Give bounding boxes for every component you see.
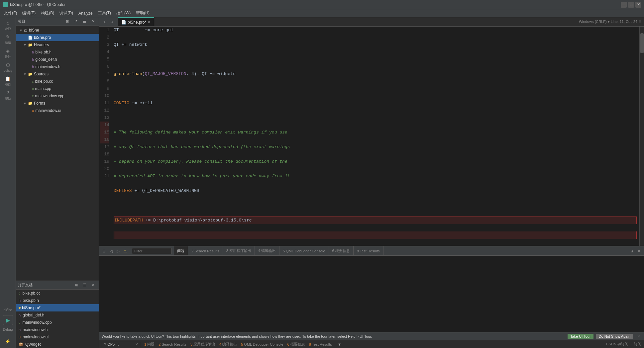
of-icon-mwcpp: c xyxy=(19,320,21,324)
menu-file[interactable]: 文件(F) xyxy=(1,10,20,17)
open-file-bike-pb-cc[interactable]: c bike.pb.cc xyxy=(16,290,99,297)
of-label-mwcpp: mainwindow.cpp xyxy=(23,320,52,325)
tree-item-bike-pb-h[interactable]: h bike.pb.h xyxy=(16,48,99,56)
tour-message: Would you like to take a quick UI tour? … xyxy=(102,334,565,338)
search-input[interactable] xyxy=(107,342,134,346)
tree-item-global-def[interactable]: h global_def.h xyxy=(16,56,99,63)
run-button[interactable]: ▶ xyxy=(3,315,13,325)
tour-close-button[interactable]: ✕ xyxy=(636,333,641,339)
project-header-btn3[interactable]: ☰ xyxy=(81,18,88,25)
of-icon-bph: h xyxy=(19,299,21,303)
modified-indicator xyxy=(19,307,21,309)
bottom-tab-test[interactable]: 8 Test Results xyxy=(354,246,383,255)
status-more-btn[interactable]: ▼ xyxy=(336,341,343,348)
bottom-tabs: ⊞ ◁ ▷ ⚠ 问题 2 Search Results 3 应用程序输出 xyxy=(99,246,644,256)
welcome-label: 欢迎 xyxy=(5,27,11,31)
debug-icon: ⬡ xyxy=(5,62,11,68)
bottom-tab-issues[interactable]: 问题 xyxy=(174,246,188,255)
bottom-nav-prev[interactable]: ◁ xyxy=(108,248,114,254)
search-clear-btn[interactable]: ✕ xyxy=(135,342,138,346)
folder-icon-sources: 📁 xyxy=(28,72,33,76)
code-text[interactable]: QT += core gui QT += network greaterThan… xyxy=(111,27,639,246)
project-header-btn4[interactable]: ✕ xyxy=(89,18,97,25)
bottom-tab-summary[interactable]: 6 概要信息 xyxy=(329,246,354,255)
menu-build[interactable]: 构建(B) xyxy=(38,10,57,17)
bottom-content xyxy=(99,256,644,332)
design-icon: ◈ xyxy=(5,47,11,54)
code-line-10: # depend on your compiler). Please consu… xyxy=(114,158,637,165)
bottom-tab-appout[interactable]: 3 应用程序输出 xyxy=(223,246,255,255)
tree-item-sources[interactable]: ▼ 📁 Sources xyxy=(16,70,99,78)
of-label-bph: bike.pb.h xyxy=(23,298,39,303)
tab-nav-prev[interactable]: ◁ xyxy=(101,18,108,26)
menu-control[interactable]: 控件(W) xyxy=(114,10,133,17)
menu-edit[interactable]: 编辑(E) xyxy=(20,10,38,17)
minimize-button[interactable]: — xyxy=(621,2,627,8)
menu-debug[interactable]: 调试(D) xyxy=(57,10,76,17)
code-content[interactable]: 12345 678910 111213 14 15 16 1718192021 … xyxy=(99,27,644,246)
tree-label-headers: Headers xyxy=(34,43,49,47)
tab-close-pro[interactable]: ✕ xyxy=(148,20,151,24)
bottom-nav-next[interactable]: ▷ xyxy=(115,248,121,254)
project-tree: ▼ 🗂 biShe 📄 biShe.pro ▼ 📁 Headers xyxy=(16,26,99,281)
sidebar-item-project[interactable]: 📋 项目 xyxy=(1,74,15,88)
sidebar-item-welcome[interactable]: ⌂ 欢迎 xyxy=(1,19,15,32)
menu-help[interactable]: 帮助(H) xyxy=(133,10,152,17)
bottom-close-btn[interactable]: ✕ xyxy=(636,248,642,254)
sidebar-item-debug[interactable]: ⬡ Debug xyxy=(1,60,15,74)
edit-label: 编辑 xyxy=(5,41,11,45)
of-label-mwh: mainwindow.h xyxy=(23,327,48,332)
tree-item-headers[interactable]: ▼ 📁 Headers xyxy=(16,41,99,48)
code-editor[interactable]: 12345 678910 111213 14 15 16 1718192021 … xyxy=(99,27,644,246)
bottom-filter-btn[interactable]: ⊞ xyxy=(101,248,107,254)
of-label-bpro: biShe.pro* xyxy=(22,305,41,310)
sidebar-item-help[interactable]: ? 帮助 xyxy=(1,88,15,102)
sidebar-item-edit[interactable]: ✎ 编辑 xyxy=(1,33,15,46)
tree-item-mainwindow-h[interactable]: h mainwindow.h xyxy=(16,63,99,70)
of-icon-mwui: u xyxy=(19,335,21,339)
code-line-2: QT += network xyxy=(114,41,637,48)
tree-item-mainwindow-ui[interactable]: u mainwindow.ui xyxy=(16,107,99,114)
status-compile: 4 编译输出 xyxy=(219,342,237,347)
menu-tools[interactable]: 工具(T) xyxy=(95,10,114,17)
tree-label-sources: Sources xyxy=(34,72,49,76)
open-file-bike-pb-h[interactable]: h bike.pb.h xyxy=(16,297,99,304)
open-files-btn3[interactable]: ✕ xyxy=(89,282,97,289)
editor-scrollbar[interactable] xyxy=(639,27,644,246)
no-show-button[interactable]: Do Not Show Again xyxy=(596,334,633,339)
project-header-btn1[interactable]: ⊞ xyxy=(63,18,71,25)
menu-analyze[interactable]: Analyze xyxy=(76,10,95,16)
tree-item-bike-pb-cc[interactable]: c bike.pb.cc xyxy=(16,78,99,85)
bottom-expand-btn[interactable]: ▲ xyxy=(629,248,635,254)
project-header-btn2[interactable]: ↺ xyxy=(72,18,79,25)
tree-item-forms[interactable]: ▼ 📁 Forms xyxy=(16,100,99,107)
open-files-btn1[interactable]: ⊞ xyxy=(73,282,80,289)
tree-label-pro: biShe.pro xyxy=(34,35,51,40)
tree-item-mainwindow-cpp[interactable]: c mainwindow.cpp xyxy=(16,92,99,100)
open-file-global-def[interactable]: h global_def.h xyxy=(16,311,99,319)
bottom-tab-search[interactable]: 2 Search Results xyxy=(188,246,223,255)
bottom-filter-input[interactable] xyxy=(132,248,172,254)
open-file-qwidget[interactable]: 📦 QWidget xyxy=(16,341,99,348)
tree-item-bishe-root[interactable]: ▼ 🗂 biShe xyxy=(16,27,99,34)
open-file-mainwindow-h[interactable]: h mainwindow.h xyxy=(16,326,99,333)
open-files-btn2[interactable]: ☰ xyxy=(81,282,88,289)
close-button[interactable]: ✕ xyxy=(635,2,641,8)
open-file-mainwindow-ui[interactable]: u mainwindow.ui xyxy=(16,333,99,341)
tree-label-gd: global_def.h xyxy=(35,57,57,62)
bottom-tab-compile[interactable]: 4 编译输出 xyxy=(255,246,279,255)
tab-bishe-pro[interactable]: 📄 biShe.pro* ✕ xyxy=(118,17,154,26)
maximize-button[interactable]: □ xyxy=(628,2,634,8)
project-panel-header: 项目 ⊞ ↺ ☰ ✕ xyxy=(16,17,99,26)
open-file-mainwindow-cpp[interactable]: c mainwindow.cpp xyxy=(16,319,99,326)
tab-nav-next[interactable]: ▷ xyxy=(108,18,116,26)
open-file-bishe-pro[interactable]: biShe.pro* xyxy=(16,304,99,311)
tree-item-main-cpp[interactable]: c main.cpp xyxy=(16,85,99,92)
tree-item-bishe-pro[interactable]: 📄 biShe.pro xyxy=(16,34,99,41)
bottom-warn-btn[interactable]: ⚠ xyxy=(122,248,128,254)
bottom-tab-qml[interactable]: 5 QML Debugger Console xyxy=(279,246,329,255)
sidebar-item-design[interactable]: ◈ 设计 xyxy=(1,46,15,60)
take-tour-button[interactable]: Take UI Tour xyxy=(568,334,593,339)
sidebar-item-extra[interactable]: ⚡ xyxy=(1,335,15,348)
scrollbar-thumb[interactable] xyxy=(640,33,644,53)
